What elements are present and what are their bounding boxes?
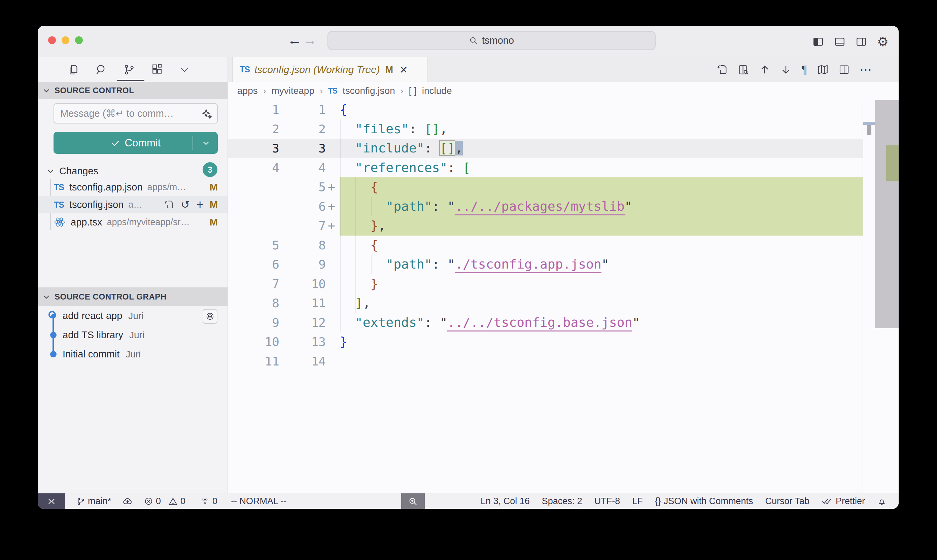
- code-line[interactable]: 7+ },: [228, 216, 899, 235]
- source-control-icon[interactable]: [123, 64, 135, 76]
- warnings-status[interactable]: 0: [168, 496, 185, 506]
- code-line[interactable]: 5+ {: [228, 177, 899, 197]
- file-row-tsconfig-app-json[interactable]: TS tsconfig.app.json apps/m… M: [38, 178, 228, 196]
- line-number-modified: 1: [279, 100, 326, 120]
- line-number-original: 8: [228, 294, 279, 313]
- sparkle-ai-icon[interactable]: [202, 109, 212, 120]
- source-control-section-header[interactable]: SOURCE CONTROL: [38, 82, 228, 99]
- code-text: [340, 352, 899, 371]
- indentation-status[interactable]: Spaces: 2: [542, 496, 582, 506]
- line-number-original: 9: [228, 313, 279, 332]
- cursor-position-status[interactable]: Ln 3, Col 16: [481, 496, 530, 506]
- split-editor-icon[interactable]: [839, 64, 850, 75]
- discard-changes-icon[interactable]: ↺: [181, 198, 190, 211]
- eol-status[interactable]: LF: [632, 496, 643, 506]
- extensions-icon[interactable]: [151, 64, 163, 76]
- zoom-status-item[interactable]: [401, 493, 425, 509]
- previous-change-icon[interactable]: [759, 64, 771, 75]
- explorer-icon[interactable]: [67, 64, 79, 76]
- tab-modified-badge: M: [385, 64, 393, 75]
- code-text: ],: [340, 294, 899, 313]
- file-row-app-tsx[interactable]: app.tsx apps/myviteapp/sr… M: [38, 213, 228, 231]
- language-mode-status[interactable]: {} JSON with Comments: [655, 496, 753, 506]
- code-line[interactable]: 44 "references": [: [228, 158, 899, 178]
- close-window-button[interactable]: [48, 36, 56, 44]
- encoding-status[interactable]: UTF-8: [594, 496, 620, 506]
- changes-section-header[interactable]: Changes: [38, 163, 228, 179]
- navigate-forward-icon[interactable]: →: [303, 32, 317, 48]
- code-line[interactable]: 811 ],: [228, 294, 899, 313]
- minimize-window-button[interactable]: [62, 36, 69, 44]
- toggle-primary-sidebar-icon[interactable]: [812, 36, 824, 48]
- line-number-original: 2: [228, 120, 279, 139]
- minimap-toggle-map-icon[interactable]: [817, 64, 829, 75]
- changes-file-list: TS tsconfig.app.json apps/m… M TS tsconf…: [38, 178, 228, 231]
- commit-row[interactable]: add TS library Juri: [38, 325, 228, 345]
- code-text: "files": [],: [340, 120, 899, 139]
- errors-status[interactable]: 0: [144, 496, 161, 506]
- commit-dropdown-chevron-icon[interactable]: [202, 138, 210, 148]
- tab-tsconfig-json-working-tree[interactable]: TS tsconfig.json (Working Tree) M ×: [232, 57, 428, 82]
- array-symbol-icon: [ ]: [409, 86, 416, 96]
- source-control-graph-header[interactable]: SOURCE CONTROL GRAPH: [38, 288, 228, 306]
- checkout-target-icon[interactable]: [203, 309, 217, 324]
- settings-gear-icon[interactable]: ⚙: [877, 34, 889, 49]
- notifications-bell-icon[interactable]: [877, 497, 886, 506]
- search-value: tsmono: [482, 35, 514, 46]
- code-line[interactable]: 33 "include": [],: [228, 138, 899, 158]
- chevron-down-icon: [42, 86, 51, 95]
- commit-row[interactable]: Initial commit Juri: [38, 345, 228, 364]
- code-line[interactable]: 912 "extends": "../../tsconfig.base.json…: [228, 313, 899, 332]
- chevron-down-icon: [42, 293, 51, 301]
- open-file-icon[interactable]: [164, 200, 174, 210]
- scrollbar-slider[interactable]: [875, 100, 899, 328]
- more-actions-ellipsis-icon[interactable]: ⋯: [860, 63, 872, 77]
- remote-indicator[interactable]: [38, 493, 65, 509]
- line-number-original: 7: [228, 274, 279, 294]
- changes-count-badge: 3: [203, 162, 217, 177]
- breadcrumb-include[interactable]: include: [422, 86, 452, 96]
- minimap[interactable]: [863, 100, 875, 493]
- indent-guide: [340, 120, 341, 331]
- code-line[interactable]: 1114: [228, 352, 899, 371]
- code-line[interactable]: 1013}: [228, 332, 899, 352]
- added-line-marker: +: [326, 197, 340, 216]
- close-tab-icon[interactable]: ×: [400, 63, 407, 76]
- formatter-status[interactable]: Prettier: [822, 496, 865, 506]
- vim-mode-status[interactable]: -- NORMAL --: [231, 496, 286, 506]
- commit-button[interactable]: Commit: [54, 132, 218, 154]
- render-whitespace-pilcrow-icon[interactable]: ¶: [802, 63, 808, 76]
- more-views-chevron-icon[interactable]: [179, 64, 190, 75]
- toggle-secondary-sidebar-icon[interactable]: [855, 36, 867, 48]
- navigate-back-icon[interactable]: ←: [288, 32, 302, 48]
- active-view-underline: [117, 80, 145, 81]
- next-change-icon[interactable]: [780, 64, 792, 75]
- breadcrumb-tsconfig-json[interactable]: tsconfig.json: [343, 86, 395, 96]
- toggle-panel-icon[interactable]: [834, 36, 845, 48]
- code-line[interactable]: 22 "files": [],: [228, 120, 899, 139]
- file-row-tsconfig-json[interactable]: TS tsconfig.json a… ↺ + M: [38, 196, 228, 213]
- commit-message-input[interactable]: Message (⌘↵ to comm…: [54, 103, 218, 123]
- code-line[interactable]: 11{: [228, 100, 899, 120]
- code-line[interactable]: 69 "path": "./tsconfig.app.json": [228, 255, 899, 274]
- breadcrumb-apps[interactable]: apps: [237, 86, 258, 96]
- maximize-window-button[interactable]: [75, 36, 83, 44]
- command-center-search[interactable]: tsmono: [328, 31, 655, 50]
- code-line[interactable]: 58 {: [228, 235, 899, 255]
- modified-badge: M: [210, 217, 218, 228]
- code-line[interactable]: 710 }: [228, 274, 899, 294]
- sync-changes-cloud-icon[interactable]: [123, 496, 132, 506]
- open-changes-icon[interactable]: [717, 64, 728, 75]
- breadcrumb-myviteapp[interactable]: myviteapp: [271, 86, 314, 96]
- commit-row[interactable]: add react app Juri: [38, 306, 228, 325]
- ports-status[interactable]: 0: [200, 496, 217, 506]
- diff-editor[interactable]: 11{22 "files": [],33 "include": [],44 "r…: [228, 100, 899, 493]
- breadcrumb-separator: ›: [320, 86, 323, 96]
- stage-changes-icon[interactable]: +: [197, 198, 204, 211]
- line-number-original: [228, 177, 279, 197]
- git-branch-status[interactable]: main*: [76, 496, 111, 506]
- accessible-diff-viewer-icon[interactable]: [738, 64, 749, 75]
- cursor-tab-status[interactable]: Cursor Tab: [765, 496, 809, 506]
- code-line[interactable]: 6+ "path": "../../packages/mytslib": [228, 197, 899, 216]
- search-view-icon[interactable]: [95, 64, 108, 76]
